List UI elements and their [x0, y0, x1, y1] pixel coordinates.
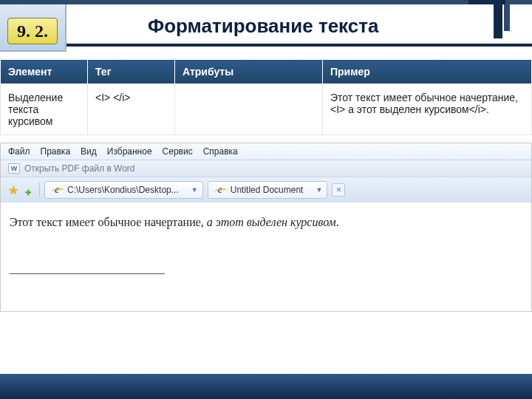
cell-element: Выделение текста курсивом — [1, 84, 88, 135]
page-title: Форматирование текста — [66, 4, 532, 38]
pdf-toolbar: W Открыть PDF файл в Word — [1, 160, 531, 177]
rendered-text-italic: а этот выделен курсивом — [207, 216, 336, 228]
menu-help[interactable]: Справка — [203, 146, 238, 157]
cell-example: Этот текст имеет обычное начертание, <I>… — [323, 84, 532, 135]
col-example: Пример — [323, 60, 532, 84]
cell-tag: <I> </i> — [88, 84, 175, 135]
title-underline — [66, 44, 532, 47]
tab-document-label: Untitled Document — [231, 185, 304, 195]
browser-window: Файл Правка Вид Избранное Сервис Справка… — [0, 143, 532, 312]
tab-path[interactable]: C:\Users\Kondius\Desktop... ▼ — [44, 181, 203, 199]
table-row: Выделение текста курсивом <I> </i> Этот … — [1, 84, 532, 135]
table-header-row: Элемент Тег Атрибуты Пример — [1, 60, 532, 84]
menu-view[interactable]: Вид — [81, 146, 97, 157]
separator — [39, 183, 40, 197]
menu-bar: Файл Правка Вид Избранное Сервис Справка — [1, 143, 531, 160]
rendered-text-normal: Этот текст имеет обычное начертание, — [10, 216, 207, 228]
add-favorite-icon[interactable]: ✚ — [21, 185, 35, 199]
page-content: Этот текст имеет обычное начертание, а э… — [1, 202, 531, 311]
favorites-star-icon[interactable]: ★ — [7, 183, 20, 197]
pdf-open-label[interactable]: Открыть PDF файл в Word — [24, 163, 135, 174]
section-badge: 9. 2. — [7, 18, 58, 44]
col-tag: Тег — [88, 60, 175, 84]
slide-header: 9. 2. Форматирование текста — [0, 0, 532, 59]
decor-bar — [494, 4, 502, 38]
new-tab-button[interactable]: × — [332, 183, 345, 197]
cell-attributes — [175, 84, 323, 135]
chevron-down-icon[interactable]: ▼ — [191, 186, 198, 194]
horizontal-rule — [10, 273, 165, 274]
address-tab-bar: ★ ✚ C:\Users\Kondius\Desktop... ▼ Untitl… — [1, 177, 531, 202]
tab-path-label: C:\Users\Kondius\Desktop... — [67, 185, 179, 195]
chevron-down-icon[interactable]: ▼ — [316, 186, 323, 194]
decor-bar — [504, 4, 510, 31]
col-element: Элемент — [1, 60, 88, 84]
menu-edit[interactable]: Правка — [41, 146, 71, 157]
rendered-text-period: . — [336, 216, 339, 228]
formatting-table: Элемент Тег Атрибуты Пример Выделение те… — [0, 59, 532, 135]
col-attributes: Атрибуты — [175, 60, 323, 84]
menu-file[interactable]: Файл — [8, 146, 30, 157]
menu-tools[interactable]: Сервис — [163, 146, 193, 157]
ie-icon — [214, 184, 226, 196]
ie-icon — [51, 184, 63, 196]
footer-band — [0, 374, 532, 399]
menu-favorites[interactable]: Избранное — [107, 146, 152, 157]
tab-document[interactable]: Untitled Document ▼ — [208, 181, 328, 199]
word-icon: W — [8, 163, 20, 174]
